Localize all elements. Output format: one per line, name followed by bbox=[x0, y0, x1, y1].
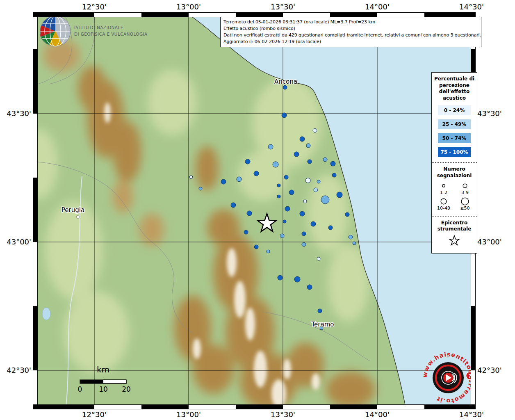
report-circle bbox=[283, 85, 287, 89]
legend-count-0: 1-2 bbox=[433, 181, 454, 195]
report-circle bbox=[302, 242, 306, 247]
report-circle bbox=[267, 250, 270, 253]
scale-tick-20: 20 bbox=[118, 385, 134, 393]
report-circle bbox=[321, 196, 329, 204]
report-circle bbox=[337, 192, 342, 198]
agency-name: ISTITUTO NAZIONALE DI GEOFISICA E VULCAN… bbox=[74, 24, 148, 38]
lon-label-top: 12°30' bbox=[76, 2, 113, 11]
scale-unit-label: km bbox=[80, 365, 126, 374]
count-circle-icon bbox=[463, 184, 467, 188]
lon-label-bottom: 13°30' bbox=[264, 410, 301, 419]
scale-bar bbox=[80, 380, 126, 383]
report-circle bbox=[332, 173, 336, 177]
earthquake-map-page: AnconaPerugiaTeramo www.haisentitoilterr… bbox=[0, 0, 515, 420]
legend-count-3: ≥50 bbox=[454, 197, 476, 211]
count-circle-label: 1-2 bbox=[440, 190, 447, 195]
report-circle bbox=[268, 144, 273, 149]
lat-label-right: 43°30' bbox=[477, 109, 508, 118]
legend-count-1: 3-9 bbox=[454, 181, 476, 195]
report-circle bbox=[313, 128, 317, 132]
lat-label-left: 43°00' bbox=[1, 237, 31, 246]
info-line-updated: Aggiornato il: 06-02-2026 12:19 (ora loc… bbox=[223, 39, 478, 45]
lon-label-bottom: 12°30' bbox=[76, 410, 113, 419]
lon-label-top: 13°00' bbox=[170, 2, 207, 11]
city-label-teramo: Teramo bbox=[311, 321, 334, 328]
report-circle bbox=[285, 206, 290, 211]
lon-label-top: 13°30' bbox=[264, 2, 301, 11]
legend-divider bbox=[432, 162, 477, 163]
report-circle bbox=[247, 211, 252, 216]
report-circle bbox=[277, 184, 280, 187]
report-circle bbox=[283, 220, 286, 223]
legend-class-2: 50 - 74% bbox=[438, 133, 471, 143]
info-line-data: Dati non verificati estratti da 429 ques… bbox=[223, 32, 478, 39]
lat-label-right: 43°00' bbox=[477, 237, 508, 246]
info-line-effect: Effetto acustico (rombo sismico) bbox=[223, 25, 478, 32]
city-label-ancona: Ancona bbox=[274, 78, 297, 85]
report-circle bbox=[221, 179, 226, 184]
report-circle bbox=[254, 171, 259, 176]
report-circle bbox=[302, 232, 306, 236]
report-circle bbox=[317, 257, 320, 260]
report-circle bbox=[278, 275, 283, 280]
legend-class-0: 0 - 24% bbox=[438, 105, 471, 115]
lon-label-bottom: 13°00' bbox=[170, 410, 207, 419]
city-label-perugia: Perugia bbox=[62, 206, 84, 214]
scale-tick-10: 10 bbox=[95, 385, 112, 393]
report-circle bbox=[294, 276, 300, 282]
lon-label-bottom: 14°00' bbox=[359, 410, 396, 419]
legend-count-classes: 1-23-910-49≥50 bbox=[433, 181, 476, 211]
lon-label-top: 14°30' bbox=[453, 2, 490, 11]
count-circle-icon bbox=[442, 184, 445, 187]
report-circle bbox=[330, 161, 335, 166]
legend-epicenter-title: Epicentro strumentale bbox=[433, 220, 476, 233]
report-circle bbox=[314, 188, 318, 192]
report-circle bbox=[323, 158, 327, 162]
legend-class-3: 75 - 100% bbox=[438, 147, 471, 157]
epicenter-star-icon bbox=[447, 234, 461, 247]
report-circle bbox=[273, 162, 278, 167]
report-circle bbox=[300, 137, 305, 142]
report-circle bbox=[311, 221, 316, 226]
lat-label-left: 42°30' bbox=[1, 366, 31, 374]
report-circle bbox=[308, 160, 312, 164]
report-circle bbox=[282, 113, 287, 118]
info-box: Terremoto del 05-01-2026 03:31:37 (ora l… bbox=[220, 17, 481, 47]
report-circle bbox=[244, 230, 248, 234]
count-circle-label: 10-49 bbox=[437, 205, 450, 211]
count-circle-icon bbox=[461, 198, 469, 205]
lat-label-right: 42°30' bbox=[477, 366, 508, 374]
lat-label-left: 43°30' bbox=[1, 109, 31, 118]
report-circle bbox=[231, 203, 236, 208]
report-circle bbox=[280, 234, 284, 238]
scale-tick-0: 0 bbox=[72, 385, 88, 393]
report-circle bbox=[307, 285, 312, 290]
legend-count-2: 10-49 bbox=[433, 197, 454, 211]
report-circle bbox=[349, 235, 353, 239]
legend: Percentuale di percezione dell'effetto a… bbox=[431, 72, 477, 253]
ingv-logo bbox=[40, 16, 71, 46]
report-circle bbox=[317, 180, 320, 183]
city-marker-icon bbox=[77, 216, 79, 218]
lake bbox=[42, 308, 50, 320]
report-circle bbox=[353, 242, 356, 245]
report-circle bbox=[328, 226, 333, 230]
count-circle-label: ≥50 bbox=[460, 205, 469, 211]
report-circle bbox=[189, 176, 193, 179]
legend-percent-title: Percentuale di percezione dell'effetto a… bbox=[433, 76, 476, 101]
agency-line2: DI GEOFISICA E VULCANOLOGIA bbox=[74, 31, 148, 37]
lon-label-top: 14°00' bbox=[359, 2, 396, 11]
report-circle bbox=[303, 200, 307, 203]
count-circle-label: 3-9 bbox=[461, 190, 469, 195]
report-circle bbox=[237, 177, 242, 182]
report-circle bbox=[345, 212, 349, 217]
agency-line1: ISTITUTO NAZIONALE bbox=[74, 24, 148, 31]
count-circle-icon bbox=[441, 199, 447, 204]
legend-count-title: Numero segnalazioni bbox=[433, 166, 476, 179]
legend-divider bbox=[432, 216, 477, 217]
legend-class-1: 25 - 49% bbox=[438, 119, 471, 129]
report-circle bbox=[284, 175, 288, 179]
info-line-event: Terremoto del 05-01-2026 03:31:37 (ora l… bbox=[223, 19, 478, 25]
legend-percent-classes: 0 - 24%25 - 49%50 - 74%75 - 100% bbox=[433, 105, 476, 157]
report-circle bbox=[305, 178, 310, 183]
